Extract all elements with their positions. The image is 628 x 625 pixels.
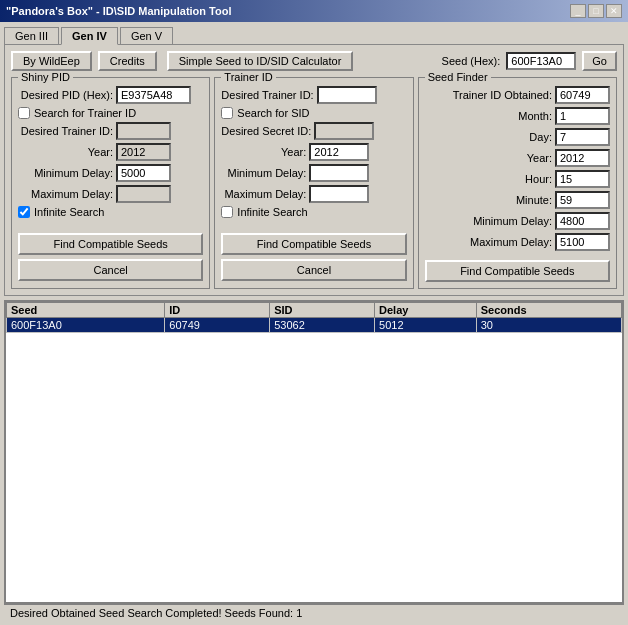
trainer-id-row: Desired Trainer ID: [18, 122, 203, 140]
max-delay-input-trainer[interactable] [309, 185, 369, 203]
desired-trainer-input[interactable] [317, 86, 377, 104]
seed-finder-legend: Seed Finder [425, 71, 491, 83]
trainer-obtained-row: Trainer ID Obtained: [425, 86, 610, 104]
year-row-finder: Year: [425, 149, 610, 167]
year-input-trainer[interactable] [309, 143, 369, 161]
col-sid: SID [270, 303, 375, 318]
desired-secret-input[interactable] [314, 122, 374, 140]
min-delay-input-shiny[interactable] [116, 164, 171, 182]
results-table-wrapper: Seed ID SID Delay Seconds 600F13A0607495… [6, 302, 622, 602]
max-delay-label-finder: Maximum Delay: [462, 236, 552, 248]
max-delay-label-trainer: Maximum Delay: [221, 188, 306, 200]
infinite-search-checkbox-trainer[interactable] [221, 206, 233, 218]
infinite-search-checkbox-shiny[interactable] [18, 206, 30, 218]
desired-secret-label: Desired Secret ID: [221, 125, 311, 137]
year-row-trainer: Year: [221, 143, 406, 161]
trainer-id-legend: Trainer ID [221, 71, 276, 83]
desired-trainer-row: Desired Trainer ID: [221, 86, 406, 104]
find-seeds-button-finder[interactable]: Find Compatible Seeds [425, 260, 610, 282]
trainer-id-panel: Trainer ID Desired Trainer ID: Search fo… [214, 77, 413, 289]
tab-gen5[interactable]: Gen V [120, 27, 173, 45]
trainer-id-input[interactable] [116, 122, 171, 140]
simple-calc-button[interactable]: Simple Seed to ID/SID Calculator [167, 51, 354, 71]
infinite-search-row-trainer: Infinite Search [221, 206, 406, 218]
max-delay-label-shiny: Maximum Delay: [18, 188, 113, 200]
month-row: Month: [425, 107, 610, 125]
infinite-search-label-shiny: Infinite Search [34, 206, 104, 218]
status-bar: Desired Obtained Seed Search Completed! … [4, 604, 624, 621]
seed-hex-label: Seed (Hex): [442, 55, 501, 67]
find-seeds-button-shiny[interactable]: Find Compatible Seeds [18, 233, 203, 255]
trainer-obtained-input[interactable] [555, 86, 610, 104]
year-input-finder[interactable] [555, 149, 610, 167]
col-seconds: Seconds [476, 303, 621, 318]
search-sid-row: Search for SID [221, 107, 406, 119]
year-row-shiny: Year: [18, 143, 203, 161]
cancel-button-shiny[interactable]: Cancel [18, 259, 203, 281]
day-row: Day: [425, 128, 610, 146]
search-sid-checkbox[interactable] [221, 107, 233, 119]
search-trainer-row: Search for Trainer ID [18, 107, 203, 119]
status-text: Desired Obtained Seed Search Completed! … [10, 607, 302, 619]
shiny-pid-panel: Shiny PID Desired PID (Hex): Search for … [11, 77, 210, 289]
window-title: "Pandora's Box" - ID\SID Manipulation To… [6, 5, 232, 17]
max-delay-row-shiny: Maximum Delay: [18, 185, 203, 203]
month-label: Month: [462, 110, 552, 122]
min-delay-row-finder: Minimum Delay: [425, 212, 610, 230]
seed-finder-panel: Seed Finder Trainer ID Obtained: Month: … [418, 77, 617, 289]
go-button[interactable]: Go [582, 51, 617, 71]
col-seed: Seed [7, 303, 165, 318]
cancel-button-trainer[interactable]: Cancel [221, 259, 406, 281]
year-label-trainer: Year: [221, 146, 306, 158]
min-delay-input-trainer[interactable] [309, 164, 369, 182]
close-button[interactable]: ✕ [606, 4, 622, 18]
seed-hex-input[interactable] [506, 52, 576, 70]
col-id: ID [165, 303, 270, 318]
maximize-button[interactable]: □ [588, 4, 604, 18]
find-seeds-button-trainer[interactable]: Find Compatible Seeds [221, 233, 406, 255]
infinite-search-label-trainer: Infinite Search [237, 206, 307, 218]
day-input[interactable] [555, 128, 610, 146]
year-input-shiny[interactable] [116, 143, 171, 161]
search-trainer-label: Search for Trainer ID [34, 107, 136, 119]
minimize-button[interactable]: _ [570, 4, 586, 18]
search-trainer-checkbox[interactable] [18, 107, 30, 119]
hour-label: Hour: [462, 173, 552, 185]
tab-gen4[interactable]: Gen IV [61, 27, 118, 45]
infinite-search-row-shiny: Infinite Search [18, 206, 203, 218]
minute-input[interactable] [555, 191, 610, 209]
top-bar: By WildEep Credits Simple Seed to ID/SID… [11, 51, 617, 71]
desired-trainer-label: Desired Trainer ID: [221, 89, 313, 101]
credits-button[interactable]: Credits [98, 51, 157, 71]
max-delay-input-shiny[interactable] [116, 185, 171, 203]
year-label-finder: Year: [462, 152, 552, 164]
results-table: Seed ID SID Delay Seconds 600F13A0607495… [6, 302, 622, 333]
window-controls: _ □ ✕ [570, 4, 622, 18]
table-row[interactable]: 600F13A06074953062501230 [7, 318, 622, 333]
month-input[interactable] [555, 107, 610, 125]
trainer-obtained-label: Trainer ID Obtained: [453, 89, 552, 101]
tab-bar: Gen III Gen IV Gen V [4, 26, 624, 44]
search-sid-label: Search for SID [237, 107, 309, 119]
max-delay-row-finder: Maximum Delay: [425, 233, 610, 251]
col-delay: Delay [375, 303, 477, 318]
results-area: Seed ID SID Delay Seconds 600F13A0607495… [4, 300, 624, 604]
tab-gen3[interactable]: Gen III [4, 27, 59, 45]
day-label: Day: [462, 131, 552, 143]
desired-pid-label: Desired PID (Hex): [18, 89, 113, 101]
min-delay-label-shiny: Minimum Delay: [18, 167, 113, 179]
panels-container: Shiny PID Desired PID (Hex): Search for … [11, 77, 617, 289]
max-delay-row-trainer: Maximum Delay: [221, 185, 406, 203]
desired-pid-row: Desired PID (Hex): [18, 86, 203, 104]
main-content: By WildEep Credits Simple Seed to ID/SID… [4, 44, 624, 296]
hour-row: Hour: [425, 170, 610, 188]
min-delay-row-trainer: Minimum Delay: [221, 164, 406, 182]
max-delay-input-finder[interactable] [555, 233, 610, 251]
wild-eep-button[interactable]: By WildEep [11, 51, 92, 71]
min-delay-label-trainer: Minimum Delay: [221, 167, 306, 179]
min-delay-input-finder[interactable] [555, 212, 610, 230]
min-delay-row-shiny: Minimum Delay: [18, 164, 203, 182]
desired-pid-input[interactable] [116, 86, 191, 104]
hour-input[interactable] [555, 170, 610, 188]
minute-row: Minute: [425, 191, 610, 209]
